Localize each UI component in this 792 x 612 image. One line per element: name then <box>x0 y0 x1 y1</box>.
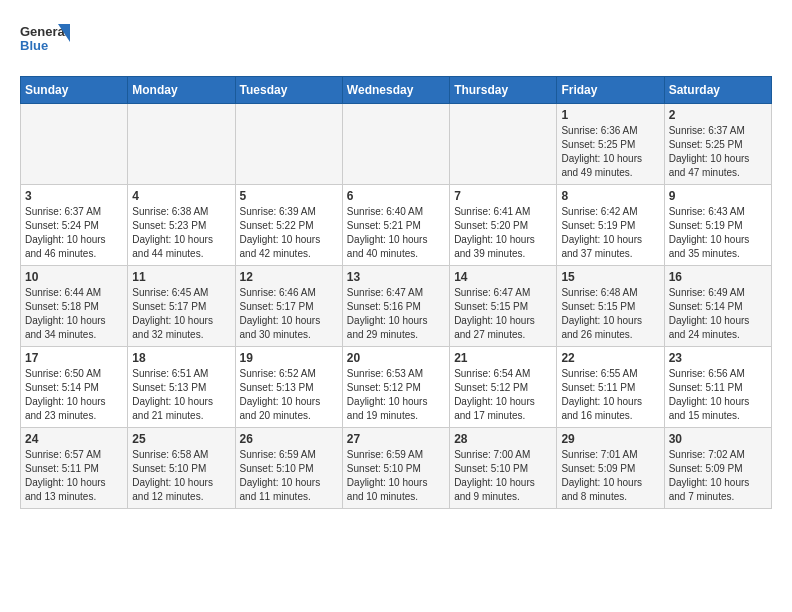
day-number: 7 <box>454 189 552 203</box>
day-cell: 11Sunrise: 6:45 AM Sunset: 5:17 PM Dayli… <box>128 266 235 347</box>
day-number: 3 <box>25 189 123 203</box>
day-number: 22 <box>561 351 659 365</box>
day-info: Sunrise: 6:37 AM Sunset: 5:25 PM Dayligh… <box>669 124 767 180</box>
day-cell: 21Sunrise: 6:54 AM Sunset: 5:12 PM Dayli… <box>450 347 557 428</box>
day-cell: 4Sunrise: 6:38 AM Sunset: 5:23 PM Daylig… <box>128 185 235 266</box>
day-info: Sunrise: 6:51 AM Sunset: 5:13 PM Dayligh… <box>132 367 230 423</box>
day-number: 21 <box>454 351 552 365</box>
day-number: 12 <box>240 270 338 284</box>
header-monday: Monday <box>128 77 235 104</box>
day-cell: 26Sunrise: 6:59 AM Sunset: 5:10 PM Dayli… <box>235 428 342 509</box>
day-cell: 16Sunrise: 6:49 AM Sunset: 5:14 PM Dayli… <box>664 266 771 347</box>
day-cell: 1Sunrise: 6:36 AM Sunset: 5:25 PM Daylig… <box>557 104 664 185</box>
day-info: Sunrise: 6:46 AM Sunset: 5:17 PM Dayligh… <box>240 286 338 342</box>
day-number: 23 <box>669 351 767 365</box>
day-number: 11 <box>132 270 230 284</box>
day-cell: 22Sunrise: 6:55 AM Sunset: 5:11 PM Dayli… <box>557 347 664 428</box>
day-cell: 6Sunrise: 6:40 AM Sunset: 5:21 PM Daylig… <box>342 185 449 266</box>
day-number: 9 <box>669 189 767 203</box>
day-cell <box>21 104 128 185</box>
day-cell: 2Sunrise: 6:37 AM Sunset: 5:25 PM Daylig… <box>664 104 771 185</box>
day-number: 19 <box>240 351 338 365</box>
day-cell: 3Sunrise: 6:37 AM Sunset: 5:24 PM Daylig… <box>21 185 128 266</box>
logo: General Blue <box>20 20 70 60</box>
week-row-5: 24Sunrise: 6:57 AM Sunset: 5:11 PM Dayli… <box>21 428 772 509</box>
day-number: 25 <box>132 432 230 446</box>
day-cell: 9Sunrise: 6:43 AM Sunset: 5:19 PM Daylig… <box>664 185 771 266</box>
day-number: 29 <box>561 432 659 446</box>
day-cell: 29Sunrise: 7:01 AM Sunset: 5:09 PM Dayli… <box>557 428 664 509</box>
day-number: 13 <box>347 270 445 284</box>
day-info: Sunrise: 6:59 AM Sunset: 5:10 PM Dayligh… <box>347 448 445 504</box>
day-info: Sunrise: 6:37 AM Sunset: 5:24 PM Dayligh… <box>25 205 123 261</box>
day-cell: 24Sunrise: 6:57 AM Sunset: 5:11 PM Dayli… <box>21 428 128 509</box>
day-cell: 30Sunrise: 7:02 AM Sunset: 5:09 PM Dayli… <box>664 428 771 509</box>
day-info: Sunrise: 6:52 AM Sunset: 5:13 PM Dayligh… <box>240 367 338 423</box>
header-wednesday: Wednesday <box>342 77 449 104</box>
day-cell: 12Sunrise: 6:46 AM Sunset: 5:17 PM Dayli… <box>235 266 342 347</box>
day-info: Sunrise: 6:44 AM Sunset: 5:18 PM Dayligh… <box>25 286 123 342</box>
header-thursday: Thursday <box>450 77 557 104</box>
header-tuesday: Tuesday <box>235 77 342 104</box>
day-number: 2 <box>669 108 767 122</box>
day-cell: 14Sunrise: 6:47 AM Sunset: 5:15 PM Dayli… <box>450 266 557 347</box>
calendar-table: SundayMondayTuesdayWednesdayThursdayFrid… <box>20 76 772 509</box>
day-cell <box>450 104 557 185</box>
week-row-1: 1Sunrise: 6:36 AM Sunset: 5:25 PM Daylig… <box>21 104 772 185</box>
day-info: Sunrise: 6:49 AM Sunset: 5:14 PM Dayligh… <box>669 286 767 342</box>
day-number: 17 <box>25 351 123 365</box>
day-cell <box>235 104 342 185</box>
day-number: 16 <box>669 270 767 284</box>
day-info: Sunrise: 6:47 AM Sunset: 5:15 PM Dayligh… <box>454 286 552 342</box>
day-number: 15 <box>561 270 659 284</box>
day-number: 4 <box>132 189 230 203</box>
page-header: General Blue <box>20 20 772 60</box>
day-number: 26 <box>240 432 338 446</box>
day-info: Sunrise: 6:56 AM Sunset: 5:11 PM Dayligh… <box>669 367 767 423</box>
day-number: 27 <box>347 432 445 446</box>
day-info: Sunrise: 7:00 AM Sunset: 5:10 PM Dayligh… <box>454 448 552 504</box>
day-number: 30 <box>669 432 767 446</box>
day-info: Sunrise: 6:47 AM Sunset: 5:16 PM Dayligh… <box>347 286 445 342</box>
week-row-4: 17Sunrise: 6:50 AM Sunset: 5:14 PM Dayli… <box>21 347 772 428</box>
day-number: 18 <box>132 351 230 365</box>
day-info: Sunrise: 6:55 AM Sunset: 5:11 PM Dayligh… <box>561 367 659 423</box>
day-number: 14 <box>454 270 552 284</box>
day-number: 6 <box>347 189 445 203</box>
day-info: Sunrise: 6:38 AM Sunset: 5:23 PM Dayligh… <box>132 205 230 261</box>
day-number: 10 <box>25 270 123 284</box>
day-cell: 15Sunrise: 6:48 AM Sunset: 5:15 PM Dayli… <box>557 266 664 347</box>
day-info: Sunrise: 7:02 AM Sunset: 5:09 PM Dayligh… <box>669 448 767 504</box>
day-info: Sunrise: 7:01 AM Sunset: 5:09 PM Dayligh… <box>561 448 659 504</box>
day-cell <box>128 104 235 185</box>
header-sunday: Sunday <box>21 77 128 104</box>
day-number: 28 <box>454 432 552 446</box>
day-cell: 13Sunrise: 6:47 AM Sunset: 5:16 PM Dayli… <box>342 266 449 347</box>
day-info: Sunrise: 6:40 AM Sunset: 5:21 PM Dayligh… <box>347 205 445 261</box>
day-info: Sunrise: 6:41 AM Sunset: 5:20 PM Dayligh… <box>454 205 552 261</box>
day-cell: 25Sunrise: 6:58 AM Sunset: 5:10 PM Dayli… <box>128 428 235 509</box>
week-row-2: 3Sunrise: 6:37 AM Sunset: 5:24 PM Daylig… <box>21 185 772 266</box>
day-info: Sunrise: 6:53 AM Sunset: 5:12 PM Dayligh… <box>347 367 445 423</box>
week-row-3: 10Sunrise: 6:44 AM Sunset: 5:18 PM Dayli… <box>21 266 772 347</box>
day-number: 1 <box>561 108 659 122</box>
day-cell: 8Sunrise: 6:42 AM Sunset: 5:19 PM Daylig… <box>557 185 664 266</box>
day-cell: 19Sunrise: 6:52 AM Sunset: 5:13 PM Dayli… <box>235 347 342 428</box>
day-info: Sunrise: 6:57 AM Sunset: 5:11 PM Dayligh… <box>25 448 123 504</box>
day-info: Sunrise: 6:36 AM Sunset: 5:25 PM Dayligh… <box>561 124 659 180</box>
svg-text:Blue: Blue <box>20 38 48 53</box>
header-saturday: Saturday <box>664 77 771 104</box>
day-cell: 10Sunrise: 6:44 AM Sunset: 5:18 PM Dayli… <box>21 266 128 347</box>
day-cell <box>342 104 449 185</box>
day-info: Sunrise: 6:50 AM Sunset: 5:14 PM Dayligh… <box>25 367 123 423</box>
day-info: Sunrise: 6:39 AM Sunset: 5:22 PM Dayligh… <box>240 205 338 261</box>
day-info: Sunrise: 6:58 AM Sunset: 5:10 PM Dayligh… <box>132 448 230 504</box>
day-cell: 23Sunrise: 6:56 AM Sunset: 5:11 PM Dayli… <box>664 347 771 428</box>
day-cell: 5Sunrise: 6:39 AM Sunset: 5:22 PM Daylig… <box>235 185 342 266</box>
header-row: SundayMondayTuesdayWednesdayThursdayFrid… <box>21 77 772 104</box>
day-info: Sunrise: 6:59 AM Sunset: 5:10 PM Dayligh… <box>240 448 338 504</box>
day-cell: 17Sunrise: 6:50 AM Sunset: 5:14 PM Dayli… <box>21 347 128 428</box>
day-cell: 20Sunrise: 6:53 AM Sunset: 5:12 PM Dayli… <box>342 347 449 428</box>
day-cell: 18Sunrise: 6:51 AM Sunset: 5:13 PM Dayli… <box>128 347 235 428</box>
day-info: Sunrise: 6:48 AM Sunset: 5:15 PM Dayligh… <box>561 286 659 342</box>
